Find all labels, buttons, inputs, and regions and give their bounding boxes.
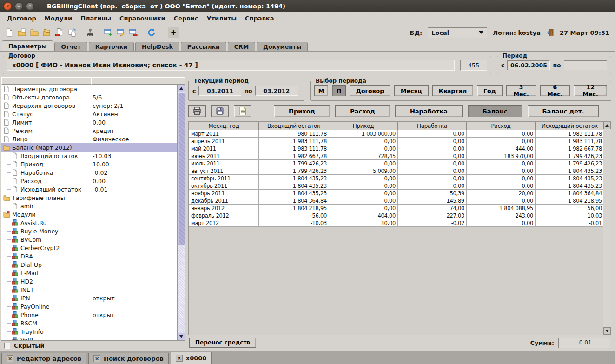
window-edit-icon[interactable] [114, 26, 127, 39]
refresh-icon[interactable] [145, 26, 158, 39]
table-row[interactable]: август 20111 799 426,235 009,000,000,001… [189, 167, 604, 175]
current-period-from-field[interactable]: 03.2011 [198, 86, 241, 96]
tree-scrollbar-thumb[interactable] [178, 93, 185, 245]
scroll-down-icon[interactable] [603, 327, 611, 335]
tree-item[interactable]: Иерархия договоровсупер: 2/1 [1, 101, 177, 110]
tree-item[interactable]: INET [1, 285, 177, 294]
window-minimize-button[interactable]: − [15, 2, 23, 10]
menu-item-Справка[interactable]: Справка [241, 13, 278, 23]
tree-item[interactable]: Dial-Up [1, 260, 177, 269]
table-row[interactable]: ноябрь 20111 804 435,230,0050,3920,001 8… [189, 190, 604, 197]
scroll-down-icon[interactable] [178, 333, 185, 340]
tab-Рассылки[interactable]: Рассылки [181, 42, 226, 51]
table-row[interactable]: июнь 20111 982 667,78728,450,00183 970,0… [189, 152, 604, 160]
column-header[interactable]: Месяц, год [189, 122, 259, 130]
tree-item[interactable]: RSCM [1, 319, 177, 327]
period-to-field[interactable] [564, 60, 607, 70]
menu-item-Модули[interactable]: Модули [40, 13, 76, 23]
view-button-Баланс дет.[interactable]: Баланс дет. [528, 105, 599, 117]
tree-item[interactable]: DBA [1, 252, 177, 260]
period-button-Месяц[interactable]: Месяц [394, 85, 429, 96]
open-document-icon[interactable] [15, 26, 28, 39]
table-row[interactable]: январь 20121 804 218,950,0074,001 804 08… [189, 205, 604, 212]
tree-item[interactable]: PayOnline [1, 302, 177, 311]
tree-item[interactable]: HD2 [1, 277, 177, 285]
tree-item[interactable]: Лимит0.00 [1, 118, 177, 126]
window-add-icon[interactable] [102, 26, 114, 39]
tree-item[interactable]: ЛицоФизическое [1, 135, 177, 143]
delete-document-icon[interactable] [53, 26, 66, 39]
current-period-to-field[interactable]: 03.2012 [255, 86, 298, 96]
view-button-Расход[interactable]: Расход [335, 105, 390, 117]
period-button-6 Мес.[interactable]: 6 Мес. [540, 85, 570, 96]
tree-item[interactable]: TrayInfo [1, 327, 177, 336]
tree-item[interactable]: IPNоткрыт [1, 294, 177, 302]
menu-item-Утилиты[interactable]: Утилиты [202, 13, 241, 23]
logout-door-icon[interactable] [546, 29, 554, 37]
column-header[interactable]: Приход [329, 122, 398, 130]
column-header[interactable]: Наработка [398, 122, 467, 130]
column-header[interactable]: Исходящий остаток [536, 122, 604, 130]
tree-item[interactable]: Buy e-Money [1, 227, 177, 235]
period-button-3 Мес.[interactable]: 3 Мес. [506, 85, 536, 96]
view-button-Баланс[interactable]: Баланс [468, 105, 522, 117]
table-row[interactable]: апрель 20111 983 111,780,000,000,001 983… [189, 138, 604, 145]
toolbar-plus-button[interactable]: + [168, 27, 179, 38]
menu-item-Плагины[interactable]: Плагины [76, 13, 115, 23]
bottom-tab-Редактор адресов[interactable]: ×Редактор адресов [1, 353, 86, 364]
tree-item[interactable]: VoIP [1, 336, 177, 340]
menu-item-Сервис[interactable]: Сервис [170, 13, 203, 23]
tree-item[interactable]: Приход10.00 [1, 160, 177, 168]
new-document-icon[interactable] [3, 26, 15, 39]
period-button-Договор[interactable]: Договор [350, 85, 390, 96]
tree-item[interactable]: Наработка-0.02 [1, 168, 177, 177]
table-scrollbar[interactable] [603, 122, 611, 335]
table-row[interactable]: июль 20111 799 426,230,000,000,001 799 4… [189, 160, 604, 167]
tree-header-cell[interactable] [1, 77, 91, 85]
close-icon[interactable]: × [93, 355, 100, 362]
tab-Карточки[interactable]: Карточки [89, 42, 134, 51]
view-button-Наработка[interactable]: Наработка [395, 105, 463, 117]
bottom-tab-x0000[interactable]: ×x0000 [171, 352, 212, 364]
db-select[interactable]: Local [428, 27, 487, 38]
column-header[interactable]: Расход [467, 122, 536, 130]
period-button-М[interactable]: М [314, 85, 328, 96]
tab-Параметры[interactable]: Параметры [2, 40, 53, 51]
window-close-button[interactable]: ✕ [4, 2, 12, 10]
table-row[interactable]: октябрь 20111 804 435,230,000,000,001 80… [189, 182, 604, 190]
close-icon[interactable]: × [176, 355, 183, 362]
tree-item[interactable]: Исходящий остаток-0.01 [1, 185, 177, 193]
period-button-П[interactable]: П [332, 85, 346, 96]
tab-HelpDesk[interactable]: HelpDesk [135, 42, 179, 51]
tree-scrollbar[interactable] [177, 85, 185, 340]
scroll-up-icon[interactable] [178, 85, 185, 92]
menu-item-Справочники[interactable]: Справочники [115, 13, 170, 23]
tree-item[interactable]: Assist.Ru [1, 218, 177, 227]
table-row[interactable]: февраль 201256,00404,00227,03243,00-10,0… [189, 212, 604, 219]
bottom-tab-Поиск договоров[interactable]: ×Поиск договоров [88, 353, 169, 364]
table-row[interactable]: май 20111 983 111,780,000,00444,001 982 … [189, 145, 604, 152]
tree-item[interactable]: Объекты договора5/6 [1, 93, 177, 101]
tab-Отчет[interactable]: Отчет [54, 42, 87, 51]
period-button-Год[interactable]: Год [477, 85, 503, 96]
scroll-up-icon[interactable] [603, 122, 611, 129]
tree-item[interactable]: amir [1, 202, 177, 210]
copy-document-icon[interactable] [66, 26, 78, 39]
folders-icon[interactable] [40, 26, 53, 39]
tree-item[interactable]: Тарифные планы [1, 193, 177, 202]
tree-item[interactable]: Расход0.00 [1, 177, 177, 185]
view-button-Приход[interactable]: Приход [274, 105, 330, 117]
contract-field[interactable]: x0000 [ ФИО - Иванов Иван Иванович; спис… [7, 60, 455, 71]
period-button-Квартал[interactable]: Квартал [432, 85, 473, 96]
menu-item-Договор[interactable]: Договор [3, 13, 40, 23]
tree-item[interactable]: Режимкредит [1, 126, 177, 135]
table-row[interactable]: декабрь 20111 804 364,840,00145,890,001 … [189, 197, 604, 205]
tree-item[interactable]: Параметры договора [1, 85, 177, 93]
window-maximize-button[interactable]: ▫ [26, 2, 34, 10]
tree-item[interactable]: Модули [1, 210, 177, 218]
tree-item[interactable]: Баланс (март 2012) [1, 143, 177, 152]
tree-item[interactable]: CerberCrypt2 [1, 244, 177, 252]
tree-item[interactable]: E-Mail [1, 269, 177, 277]
save-button[interactable] [211, 105, 229, 117]
export-button[interactable] [234, 105, 251, 117]
